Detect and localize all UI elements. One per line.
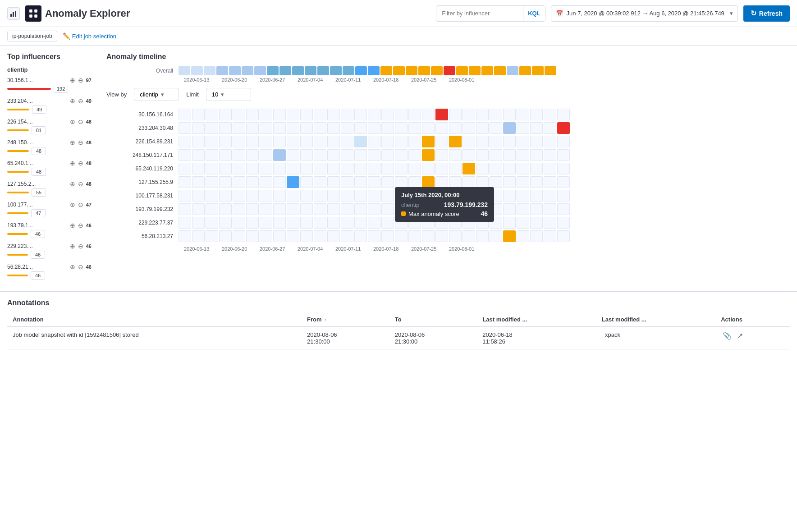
gc-0-1[interactable] (192, 109, 205, 120)
influencer-remove-8[interactable]: ⊖ (77, 243, 84, 250)
gc-8-6[interactable] (260, 217, 272, 229)
gc-4-20[interactable] (449, 163, 462, 174)
gc-7-13[interactable] (354, 203, 367, 215)
gc-8-0[interactable] (179, 217, 191, 229)
gc-6-27[interactable] (544, 190, 556, 202)
gc-0-6[interactable] (260, 109, 272, 120)
gc-8-3[interactable] (219, 217, 232, 229)
gc-4-0[interactable] (179, 163, 191, 174)
gc-6-14[interactable] (368, 190, 380, 202)
gc-9-18[interactable] (422, 230, 435, 242)
gc-8-22[interactable] (476, 217, 489, 229)
gc-6-13[interactable] (354, 190, 367, 202)
gc-8-14[interactable] (368, 217, 380, 229)
gc-8-13[interactable] (354, 217, 367, 229)
gc-0-20[interactable] (449, 109, 462, 120)
gc-3-1[interactable] (192, 149, 205, 161)
gc-3-28[interactable] (557, 149, 570, 161)
gc-0-3[interactable] (219, 109, 232, 120)
gc-5-y[interactable] (422, 176, 435, 188)
gc-2-y1[interactable] (422, 136, 435, 147)
gc-2-2[interactable] (206, 136, 218, 147)
gc-4-5[interactable] (246, 163, 259, 174)
gc-0-0[interactable] (179, 109, 191, 120)
gc-9-12[interactable] (341, 230, 353, 242)
gc-8-28[interactable] (557, 217, 570, 229)
gc-9-3[interactable] (219, 230, 232, 242)
overall-cell-3[interactable] (216, 66, 228, 75)
gc-1-7[interactable] (273, 122, 286, 134)
gc-5-17[interactable] (408, 176, 421, 188)
gc-9-20[interactable] (449, 230, 462, 242)
gc-5-1[interactable] (192, 176, 205, 188)
gc-4-10[interactable] (314, 163, 326, 174)
gc-2-0[interactable] (179, 136, 191, 147)
gc-3-2[interactable] (206, 149, 218, 161)
gc-7-15[interactable] (381, 203, 394, 215)
overall-cell-0[interactable] (179, 66, 190, 75)
gc-3-8[interactable] (287, 149, 299, 161)
gc-4-18[interactable] (422, 163, 435, 174)
edit-job-link[interactable]: ✏️ Edit job selection (63, 32, 116, 40)
influencer-remove-3[interactable]: ⊖ (77, 139, 84, 146)
overall-cell-20[interactable] (431, 66, 443, 75)
overall-cell-9[interactable] (292, 66, 304, 75)
overall-cell-16[interactable] (380, 66, 392, 75)
gc-0-17[interactable] (408, 109, 421, 120)
gc-8-21[interactable] (463, 217, 475, 229)
gc-4-23[interactable] (490, 163, 502, 174)
gc-5-20[interactable] (449, 176, 462, 188)
gc-3-5[interactable] (246, 149, 259, 161)
gc-4-27[interactable] (544, 163, 556, 174)
influencer-add-5[interactable]: ⊕ (69, 180, 76, 188)
overall-cell-5[interactable] (242, 66, 253, 75)
overall-cell-25[interactable] (494, 66, 506, 75)
gc-3-11[interactable] (327, 149, 340, 161)
gc-0-2[interactable] (206, 109, 218, 120)
gc-3-22[interactable] (476, 149, 489, 161)
gc-6-11[interactable] (327, 190, 340, 202)
gc-0-18[interactable] (422, 109, 435, 120)
gc-2-23[interactable] (490, 136, 502, 147)
gc-5-6[interactable] (260, 176, 272, 188)
gc-3-21[interactable] (463, 149, 475, 161)
gc-6-2[interactable] (206, 190, 218, 202)
gc-9-27[interactable] (544, 230, 556, 242)
gc-3-12[interactable] (341, 149, 353, 161)
gc-4-22[interactable] (476, 163, 489, 174)
gc-6-16[interactable] (395, 190, 408, 202)
overall-cell-red[interactable] (444, 66, 455, 75)
gc-6-22[interactable] (476, 190, 489, 202)
gc-6-y[interactable] (435, 190, 448, 202)
gc-2-1[interactable] (192, 136, 205, 147)
gc-9-4[interactable] (233, 230, 245, 242)
gc-3-20[interactable] (449, 149, 462, 161)
gc-8-4[interactable] (233, 217, 245, 229)
gc-2-11[interactable] (327, 136, 340, 147)
gc-6-1[interactable] (192, 190, 205, 202)
gc-0-9[interactable] (300, 109, 313, 120)
gc-7-5[interactable] (246, 203, 259, 215)
chart-icon[interactable] (7, 7, 20, 20)
gc-0-23[interactable] (490, 109, 502, 120)
gc-6-12[interactable] (341, 190, 353, 202)
influencer-add-2[interactable]: ⊕ (69, 118, 76, 125)
gc-1-lb[interactable] (503, 122, 516, 134)
gc-1-19[interactable] (435, 122, 448, 134)
overall-cell-17[interactable] (393, 66, 405, 75)
gc-7-10[interactable] (314, 203, 326, 215)
gc-2-27[interactable] (544, 136, 556, 147)
gc-9-21[interactable] (463, 230, 475, 242)
overall-cell-11[interactable] (317, 66, 329, 75)
overall-cell-18[interactable] (406, 66, 417, 75)
gc-0-27[interactable] (544, 109, 556, 120)
gc-2-16[interactable] (395, 136, 408, 147)
gc-9-23[interactable] (490, 230, 502, 242)
overall-cell-13[interactable] (343, 66, 354, 75)
external-link-icon[interactable]: ↗ (737, 332, 743, 339)
gc-7-20[interactable] (449, 203, 462, 215)
overall-cell-26[interactable] (507, 66, 518, 75)
gc-2-12[interactable] (341, 136, 353, 147)
gc-2-15[interactable] (381, 136, 394, 147)
gc-0-25[interactable] (517, 109, 529, 120)
